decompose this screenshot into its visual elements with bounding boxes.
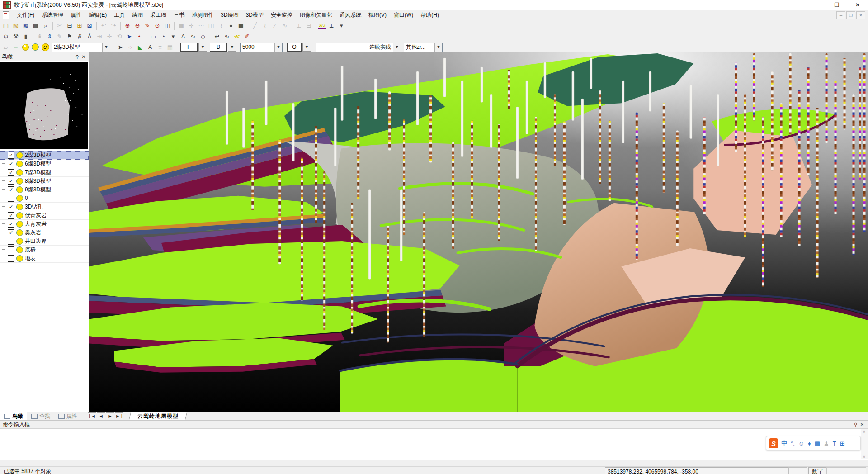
ime-cn-mode-icon[interactable]: 中 [781,439,787,447]
layer-color-icon[interactable] [16,161,23,167]
layer-row-11[interactable]: 底砾 [0,246,89,254]
print-button[interactable]: ▤ [31,21,41,30]
layer-color-icon[interactable] [16,186,23,193]
layer-row-4[interactable]: ✓9煤3D模型 [0,185,89,194]
command-input-area[interactable]: ∧ ∨ S 中°,☺♦▤♟T⊞ [0,429,868,460]
mdi-minimize-button[interactable]: ─ [836,11,845,19]
cut-button[interactable]: ✂ [55,21,65,30]
rotate-view-button[interactable]: ⟲ [114,32,124,41]
linewidth-list-button[interactable]: ≡ [155,43,165,52]
tab-search[interactable]: 查找 [27,412,54,420]
region-green-button[interactable]: ◣ [135,43,145,52]
layer-row-12[interactable]: 地表 [0,254,89,263]
diamond-draw-button[interactable]: ◇ [198,32,208,41]
grid-display-button[interactable]: ▦ [176,21,186,30]
scale-combo[interactable]: 5000 ▼ [240,43,283,52]
menu-item-2[interactable]: 属性 [67,10,85,20]
view-dropdown-button[interactable]: ▾ [336,21,346,30]
scroll-up-icon[interactable]: ∧ [863,429,866,434]
linetype-combo[interactable]: 连续实线 ▼ [316,43,401,52]
sogou-logo-icon[interactable]: S [769,438,778,448]
command-scrollbar[interactable]: ∧ ∨ [861,429,868,459]
strike-text-button[interactable]: Ⱥ [75,32,85,41]
layer-row-0[interactable]: ✓2煤3D模型 [0,151,89,160]
ime-emoji-icon[interactable]: ☺ [798,440,804,447]
menu-item-13[interactable]: 通风系统 [336,10,365,20]
last-sheet-button[interactable]: ▶▕ [115,412,123,420]
layer-checkbox[interactable]: ✓ [8,204,14,210]
pin-icon[interactable]: ⚲ [74,53,80,60]
ime-voice-icon[interactable]: ♦ [808,440,811,447]
paste-button[interactable]: ⊞ [75,21,85,30]
current-layer-combo[interactable]: 2煤3D模型 ▼ [52,43,110,52]
layer-checkbox[interactable] [8,246,14,253]
pan-button[interactable]: ⊙ [152,21,162,30]
o-combo[interactable]: O ▼ [287,43,311,52]
ime-toolbox-icon[interactable]: ⊞ [840,440,845,447]
rotate-button[interactable]: ≀ [216,21,226,30]
new-file-button[interactable]: ▢ [1,21,11,30]
solid-display-button[interactable]: ▮ [21,32,31,41]
prev-sheet-button[interactable]: ◀ [97,412,105,420]
layer-row-5[interactable]: 0 [0,194,89,203]
arc-draw-button[interactable]: ◔ [158,32,168,41]
ime-punctuation-icon[interactable]: °, [791,440,795,447]
tab-properties[interactable]: 属性 [54,412,81,420]
menu-item-15[interactable]: 窗口(W) [390,10,417,20]
fill-region-button[interactable]: ● [226,21,236,30]
save-file-button[interactable]: ▩ [21,21,31,30]
menu-item-11[interactable]: 安全监控 [267,10,296,20]
point-filter-button[interactable]: ⁘ [125,43,135,52]
model-ghost-button[interactable]: ▱ [1,43,11,52]
font-pick-button[interactable]: A [145,43,155,52]
menu-item-4[interactable]: 工具 [110,10,128,20]
menu-item-0[interactable]: 文件(F) [13,10,38,20]
3d-viewport[interactable] [89,52,868,412]
edit-vertex-button[interactable]: ✎ [55,32,65,41]
layer-color-icon[interactable] [16,246,23,253]
layer-color-icon[interactable] [16,229,23,236]
menu-item-1[interactable]: 系统管理 [38,10,67,20]
layer-color-icon[interactable] [16,255,23,262]
layer-state-smiley-icon[interactable] [42,43,49,51]
print-preview-button[interactable]: ⌕ [41,21,51,30]
chevron-down-icon[interactable]: ▼ [434,43,442,52]
layer-stack-button[interactable]: ≣ [11,43,21,52]
freehand-curve-button[interactable]: ∿ [222,32,232,41]
curve-tool-button[interactable]: ≀ [260,21,270,30]
red-pen-button[interactable]: ✐ [242,32,252,41]
axis-orientation-button[interactable]: ⟂ [326,21,336,30]
snap-cross-button[interactable]: ✛ [104,32,114,41]
chevron-down-icon[interactable]: ▼ [102,43,110,52]
spline-tool-button[interactable]: ∿ [280,21,290,30]
menu-item-12[interactable]: 图像和矢量化 [296,10,336,20]
other-combo[interactable]: 其他zr... ▼ [404,43,443,52]
align-node-button[interactable]: ⇥ [94,32,104,41]
arc-dropdown-button[interactable]: ▾ [168,32,178,41]
layer-checkbox[interactable]: ✓ [8,221,14,228]
chevron-down-icon[interactable]: ▼ [274,43,282,52]
menu-item-5[interactable]: 绘图 [128,10,146,20]
layer-row-2[interactable]: ✓7煤3D模型 [0,168,89,177]
layer-color-icon[interactable] [16,204,23,210]
scroll-down-icon[interactable]: ∨ [863,455,866,459]
tab-birdseye[interactable]: 鸟瞰 [0,412,27,420]
layer-color-icon[interactable] [16,195,23,202]
chevron-down-icon[interactable]: ▼ [198,43,207,52]
chevron-down-icon[interactable]: ▼ [393,43,401,52]
first-sheet-button[interactable]: ▏◀ [88,412,96,420]
model-tools-button[interactable]: ⚒ [11,32,21,41]
pin-icon[interactable]: ⚲ [853,422,859,428]
render-mode-button[interactable]: ⊜ [1,32,11,41]
raise-level-button[interactable]: ⇞ [35,32,45,41]
zoom-out-button[interactable]: ⊖ [132,21,142,30]
chevron-marker-button[interactable]: ≪ [232,32,242,41]
layer-color-icon[interactable] [16,178,23,185]
anchor-text-button[interactable]: Å [85,32,94,41]
chevron-down-icon[interactable]: ▼ [302,43,311,52]
mirror-button[interactable]: ◫ [206,21,216,30]
layer-checkbox[interactable]: ✓ [8,152,14,159]
layer-color-icon[interactable] [16,212,23,219]
ime-account-icon[interactable]: ♟ [824,440,829,447]
restore-button[interactable]: ❐ [826,0,847,10]
